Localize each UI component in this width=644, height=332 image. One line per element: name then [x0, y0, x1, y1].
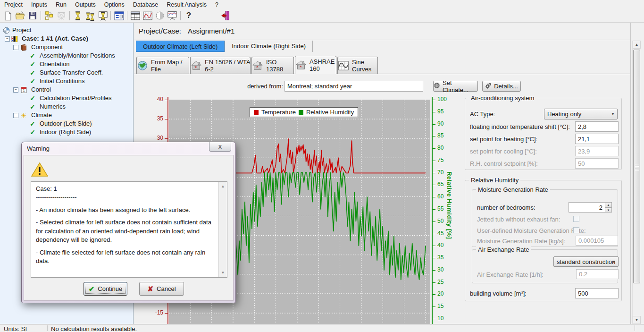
input-dialog-icon[interactable] [113, 9, 125, 22]
warning-message-box: Case: 1--------------------- An indoor c… [31, 181, 227, 278]
subtab-label: From Map / File [151, 59, 189, 73]
tree-collapse-icon[interactable]: − [13, 87, 18, 93]
calculate-film-icon[interactable] [96, 9, 109, 22]
air-exchange-groupbox: Air Exchange Rate standard construction▼… [472, 249, 618, 283]
relative-humidity-groupbox: Relative Humidity Moisture Generation Ra… [465, 180, 622, 301]
wufi-window: ProjectInputsRunOutputsOptionsDatabaseRe… [0, 0, 644, 332]
dialog-scrollbar[interactable]: ▲ ▼ [218, 182, 227, 277]
exit-icon[interactable] [219, 9, 232, 22]
tree-item-component[interactable]: −Component [0, 43, 133, 51]
close-icon[interactable]: X [209, 142, 231, 152]
tree-collapse-icon[interactable]: − [5, 36, 10, 42]
scroll-down-icon[interactable]: ▼ [219, 270, 227, 275]
units-status: Units: SI [4, 325, 27, 332]
tree-collapse-icon[interactable]: − [13, 113, 18, 118]
cancel-button[interactable]: ✘ Cancel [139, 282, 184, 296]
details-button[interactable]: Details... [482, 81, 521, 92]
project-tree-icon[interactable] [43, 9, 55, 22]
calculate-icon[interactable] [72, 9, 84, 22]
bedrooms-label: number of bedrooms: [477, 204, 535, 211]
tree-item-label: Numerics [40, 103, 66, 110]
jetted-tub-checkbox[interactable] [573, 216, 579, 222]
tree-item-assembly-monitor-positions[interactable]: ✓Assembly/Monitor Positions [0, 51, 133, 60]
floating-shift-input[interactable]: 2,8 [575, 121, 619, 132]
humidity-tick-label: 25 [437, 279, 458, 285]
set-climate-button[interactable]: Set Climate... [433, 81, 478, 92]
tree-item-climate[interactable]: −☀Climate [0, 111, 133, 119]
derived-from-input[interactable]: Montreal; standard year [284, 81, 423, 92]
humidity-tick-label: 30 [437, 266, 458, 273]
userdef-mgr-label: User-defined Moisture Generation Rate: [477, 227, 586, 234]
subtab-iso-13788[interactable]: ISO 13788 [251, 57, 294, 74]
subtab-from-map-file[interactable]: From Map / File [136, 57, 189, 74]
heating-setpoint-input[interactable]: 21,1 [575, 134, 619, 144]
menu-inputs[interactable]: Inputs [27, 1, 51, 9]
menu-result-analysis[interactable]: Result Analysis [162, 1, 211, 9]
menu-database[interactable]: Database [129, 1, 163, 9]
subtab-ashrae-160[interactable]: ASHRAE 160 [295, 56, 336, 74]
tree-item-orientation[interactable]: ✓Orientation [0, 60, 133, 68]
menu-outputs[interactable]: Outputs [71, 1, 100, 9]
scroll-up-icon[interactable]: ▲ [633, 41, 641, 49]
humidity-tick-label: 80 [437, 145, 458, 151]
spinner-down-icon[interactable]: ▼ [605, 207, 612, 213]
tab-outdoor-climate-left-side[interactable]: Outdoor Climate (Left Side) [136, 41, 225, 52]
spinner-up-icon[interactable]: ▲ [605, 202, 612, 207]
tree-item-surface-transfer-coeff[interactable]: ✓Surface Transfer Coeff. [0, 68, 133, 77]
tree-item-indoor-right-side[interactable]: ✓Indoor (Right Side) [0, 128, 133, 136]
calculate-all-icon[interactable] [84, 9, 96, 22]
tree-item-initial-conditions[interactable]: ✓Initial Conditions [0, 77, 133, 85]
ac-type-label: AC Type: [470, 111, 495, 118]
status-pie-icon[interactable] [154, 9, 166, 22]
help-icon[interactable]: ? [183, 9, 195, 22]
menu-options[interactable]: Options [100, 1, 129, 9]
new-project-icon[interactable] [2, 9, 14, 22]
tree-item-calculation-period-profiles[interactable]: ✓Calculation Period/Profiles [0, 94, 133, 102]
menu-help[interactable]: ? [211, 1, 223, 9]
table-output-icon[interactable] [129, 9, 142, 22]
tab-indoor-climate-right-side[interactable]: Indoor Climate (Right Side) [225, 41, 313, 52]
menu-run[interactable]: Run [51, 1, 71, 9]
subtab-en-15026-wta-6-2[interactable]: EN 15026 / WTA 6-2 [190, 57, 251, 74]
film-presentation-icon[interactable] [166, 9, 178, 22]
construction-select[interactable]: standard construction▼ [553, 256, 619, 267]
sine-icon [338, 60, 349, 71]
menu-project[interactable]: Project [0, 1, 27, 9]
ac-type-select[interactable]: Heating only▼ [544, 109, 618, 119]
humidity-tick-label: 40 [437, 242, 458, 248]
check-icon: ✓ [29, 77, 36, 85]
continue-button[interactable]: ✔ Continue [84, 282, 127, 296]
save-project-icon[interactable] [26, 9, 39, 22]
air-conditioning-groupbox: Air-conditioning system AC Type: Heating… [465, 98, 622, 170]
tree-item-project[interactable]: Project [0, 26, 133, 34]
check-icon: ✓ [29, 69, 36, 77]
main-vertical-scrollbar[interactable]: ▲ ▼ [632, 41, 641, 324]
subtab-sine-curves[interactable]: Sine Curves [337, 57, 378, 74]
globe-dark-icon [434, 82, 440, 90]
tree-item-case-1-1-act-case[interactable]: −Case: 1 #1 (Act. Case) [0, 34, 133, 43]
warning-message-line [36, 202, 217, 206]
control-icon: 1 [20, 86, 27, 94]
tree-item-label: Case: 1 #1 (Act. Case) [22, 35, 88, 42]
scrollbar-thumb[interactable] [633, 50, 640, 283]
rh-control-setpoint-input: 50 [575, 158, 619, 169]
tree-collapse-icon[interactable]: − [13, 45, 18, 50]
tree-item-numerics[interactable]: ✓Numerics [0, 102, 133, 111]
scroll-down-icon[interactable]: ▼ [633, 316, 641, 324]
scroll-up-icon[interactable]: ▲ [219, 184, 227, 189]
tree-item-label: Calculation Period/Profiles [40, 94, 111, 102]
tree-item-outdoor-left-side[interactable]: ✓Outdoor (Left Side) [0, 119, 133, 128]
building-volume-input[interactable]: 500 [575, 288, 619, 298]
check-icon: ✓ [29, 120, 36, 128]
statusbar: Units: SI No calculation results availab… [0, 324, 644, 332]
component-icon [20, 43, 27, 51]
warning-message-line: -------------------- [36, 193, 217, 202]
graph-output-icon[interactable] [142, 9, 154, 22]
userdef-mgr-checkbox[interactable] [573, 227, 579, 233]
open-project-icon[interactable] [14, 9, 26, 22]
tree-item-control[interactable]: −1Control [0, 85, 133, 94]
humidity-tick-label: 10 [437, 315, 458, 322]
temperature-tick-label: 35 [142, 115, 163, 122]
bedrooms-spinner[interactable]: 2 ▲▼ [569, 202, 612, 213]
warning-message-line: - Selected climate for left surface does… [36, 218, 217, 244]
